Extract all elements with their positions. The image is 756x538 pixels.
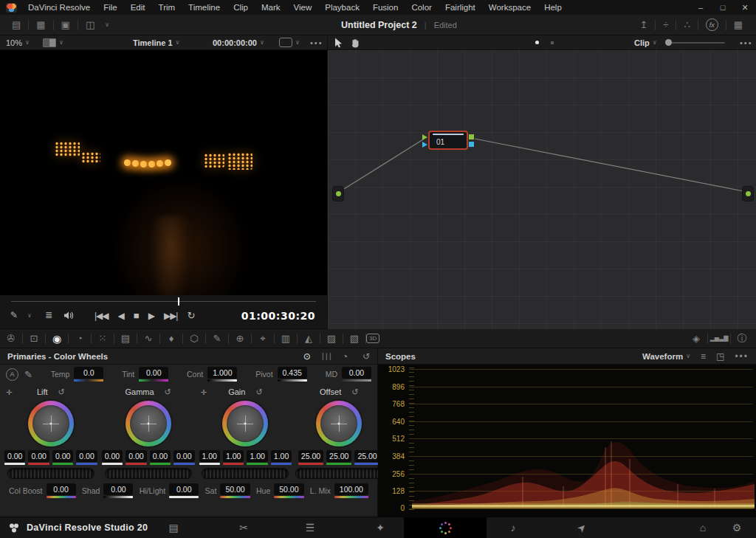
zoom-select[interactable]: 10% ∨ <box>6 35 30 49</box>
expand-icon[interactable]: ◳ <box>716 351 724 362</box>
clip-select[interactable]: Clip ∨ <box>634 35 657 49</box>
md-value[interactable]: 0.00 <box>342 367 371 379</box>
export-icon[interactable]: ↥ <box>632 19 655 30</box>
hue-value[interactable]: 50.00 <box>274 483 303 495</box>
sizing-icon[interactable]: ⊡ <box>23 333 45 344</box>
page-deliver-button[interactable]: ➤ <box>560 517 604 538</box>
saturation-value[interactable]: 50.00 <box>220 483 250 495</box>
page-fairlight-button[interactable]: ♪ <box>491 517 535 538</box>
scope-settings-icon[interactable]: ≡ <box>701 351 706 362</box>
offset-color-wheel[interactable] <box>316 401 362 446</box>
wipe-mode-select[interactable]: ∨ <box>43 35 63 49</box>
key-icon[interactable]: ▧ <box>343 333 365 344</box>
gamma-master-wheel[interactable] <box>106 469 191 478</box>
color-match-icon[interactable]: ▤ <box>114 333 137 344</box>
reset-icon[interactable]: ↺ <box>255 387 262 397</box>
camera-raw-icon[interactable]: ✇ <box>0 333 22 344</box>
layers-icon[interactable]: ≣ <box>45 310 52 320</box>
media-pool-icon[interactable]: ▣ <box>54 19 78 30</box>
reset-icon[interactable]: ↺ <box>362 351 370 362</box>
chevron-down-icon[interactable]: ∨ <box>686 353 690 359</box>
picker-icon[interactable]: ✎ <box>24 370 32 379</box>
eyedropper-icon[interactable]: ✎ <box>206 333 228 344</box>
magic-mask-icon[interactable]: ◭ <box>298 333 320 344</box>
reset-icon[interactable]: ↺ <box>58 387 65 397</box>
temp-value[interactable]: 0.0 <box>74 367 103 379</box>
menu-item[interactable]: File <box>97 3 124 12</box>
gamma-blue-value[interactable]: 0.00 <box>173 450 194 462</box>
play-button[interactable]: ▶ <box>148 311 154 321</box>
wheel-center-dot[interactable] <box>147 423 149 425</box>
menu-item[interactable]: Clip <box>227 3 255 12</box>
menu-item[interactable]: Mark <box>255 3 287 12</box>
auto-balance-icon[interactable]: A <box>6 368 18 381</box>
lift-master-value[interactable]: 0.00 <box>4 450 25 462</box>
viewer[interactable] <box>0 50 327 295</box>
shadows-value[interactable]: 0.00 <box>103 483 133 495</box>
lift-blue-value[interactable]: 0.00 <box>76 450 97 462</box>
contrast-value[interactable]: 1.000 <box>207 367 237 379</box>
gallery-indicator-dot[interactable] <box>551 41 554 44</box>
three-d-icon[interactable]: 3D <box>366 334 379 343</box>
menu-item[interactable]: Fusion <box>366 3 405 12</box>
chevron-down-icon[interactable]: ∨ <box>27 312 32 319</box>
color-wheels-icon[interactable]: ◉ <box>46 333 68 345</box>
fx-icon[interactable]: fx <box>706 18 718 31</box>
col-boost-value[interactable]: 0.00 <box>47 483 76 495</box>
page-edit-button[interactable]: ☰ <box>288 517 332 538</box>
slider-knob[interactable] <box>665 39 672 46</box>
project-settings-button[interactable]: ⚙ <box>722 517 752 538</box>
node-graph[interactable]: 01 <box>327 50 756 329</box>
curves-icon[interactable]: ∿ <box>137 333 159 344</box>
timeline-select[interactable]: Timeline 1 ∨ <box>133 35 179 49</box>
blur-icon[interactable]: ▨ <box>320 333 343 344</box>
gain-green-value[interactable]: 1.00 <box>247 450 267 462</box>
picker-wand-icon[interactable]: ✎ <box>10 310 17 320</box>
corrector-node[interactable]: 01 <box>428 131 468 150</box>
page-color-button[interactable] <box>404 517 487 538</box>
reset-icon[interactable]: ↺ <box>165 387 171 397</box>
prev-clip-button[interactable]: |◀◀ <box>94 311 109 321</box>
menu-item[interactable]: Playback <box>318 3 366 12</box>
tracker-icon[interactable]: ⊕ <box>229 333 251 344</box>
gamma-red-value[interactable]: 0.00 <box>126 450 146 462</box>
stabilizer-icon[interactable]: ▥ <box>275 333 297 344</box>
rgb-input-port[interactable] <box>422 134 427 140</box>
timecode-select[interactable]: 00:00:00:00 ∨ <box>213 35 264 49</box>
menu-item[interactable]: View <box>287 3 319 12</box>
grid-view-icon[interactable]: ▦ <box>726 19 750 30</box>
wheels-view-icon[interactable]: ⊙ <box>303 351 311 362</box>
wheel-center-dot[interactable] <box>244 423 247 425</box>
scrub-bar[interactable] <box>11 301 316 302</box>
next-clip-button[interactable]: ▶▶| <box>164 311 178 321</box>
menu-item[interactable]: Help <box>537 3 568 12</box>
gain-master-wheel[interactable] <box>202 469 288 478</box>
log-view-icon[interactable]: ◔ <box>343 351 348 362</box>
lightbox-icon[interactable]: ◫ <box>78 19 102 30</box>
source-node[interactable] <box>332 186 344 201</box>
menu-item[interactable]: Color <box>405 3 438 12</box>
bypass-select[interactable]: ∨ <box>279 35 300 49</box>
node-options-button[interactable]: ••• <box>740 35 753 49</box>
lum-mix-value[interactable]: 100.00 <box>334 483 368 495</box>
node-zoom-slider[interactable] <box>666 35 725 49</box>
home-button[interactable]: ⌂ <box>687 517 719 538</box>
scopes-icon[interactable]: ▂▅▃▇ <box>708 335 730 342</box>
offset-master-wheel[interactable] <box>296 469 382 478</box>
highlights-value[interactable]: 0.00 <box>169 483 199 495</box>
page-media-button[interactable]: ▤ <box>151 517 196 538</box>
lift-master-wheel[interactable] <box>8 469 94 478</box>
lift-green-value[interactable]: 0.00 <box>52 450 73 462</box>
minimize-button[interactable]: – <box>690 3 712 13</box>
scope-mode-select[interactable]: Waveform <box>642 352 683 361</box>
crosshair-icon[interactable]: ✛ <box>6 388 12 396</box>
gamma-color-wheel[interactable] <box>126 401 171 446</box>
window-tracker-icon[interactable]: ⌖ <box>252 333 274 345</box>
gallery-icon[interactable]: ▤ <box>4 19 28 30</box>
gain-blue-value[interactable]: 1.00 <box>271 450 292 462</box>
color-slice-icon[interactable]: ⁙ <box>92 333 114 344</box>
offset-blue-value[interactable]: 25.00 <box>354 450 379 462</box>
gamma-master-value[interactable]: 0.00 <box>102 450 123 462</box>
power-windows-icon[interactable]: ⬡ <box>183 333 205 344</box>
page-cut-button[interactable]: ✂ <box>221 517 266 538</box>
